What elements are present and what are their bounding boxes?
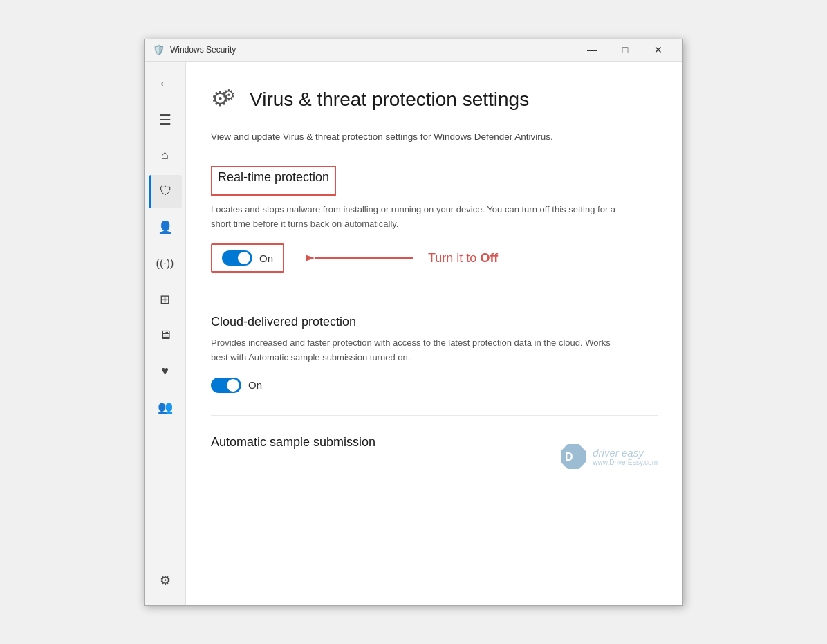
real-time-toggle-box: On (211, 243, 284, 273)
real-time-protection-desc: Locates and stops malware from installin… (211, 203, 626, 232)
home-icon: ⌂ (161, 148, 169, 163)
app-icon: ⊞ (160, 292, 170, 307)
cloud-toggle-knob (227, 379, 239, 392)
page-subtitle: View and update Virus & threat protectio… (211, 130, 653, 144)
watermark: D driver easy www.DriverEasy.com (559, 443, 658, 470)
cloud-toggle-label: On (248, 379, 262, 391)
svg-text:⚙: ⚙ (222, 86, 236, 104)
sidebar-item-user[interactable]: 👤 (149, 211, 182, 244)
shield-icon: 🛡 (160, 184, 172, 199)
title-bar-left: 🛡️ Windows Security (153, 44, 236, 55)
sidebar-item-device[interactable]: 🖥 (149, 319, 182, 352)
watermark-brand: driver easy (593, 447, 658, 459)
health-icon: ♥ (161, 364, 169, 378)
real-time-toggle-label: On (259, 252, 273, 264)
real-time-toggle[interactable] (222, 250, 252, 266)
arrow-icon (306, 248, 417, 268)
toggle-knob (238, 252, 250, 264)
cloud-toggle[interactable] (211, 378, 241, 393)
cloud-protection-title: Cloud-delivered protection (211, 315, 658, 329)
settings-icon: ⚙ (160, 573, 171, 588)
driver-easy-icon: D (559, 443, 587, 470)
close-button[interactable]: ✕ (642, 39, 674, 61)
sidebar-item-back[interactable]: ← (149, 67, 182, 100)
content-wrapper: ⚙ ⚙ Virus & threat protection settings V… (211, 84, 658, 450)
watermark-text: driver easy www.DriverEasy.com (593, 447, 658, 466)
content-area: ⚙ ⚙ Virus & threat protection settings V… (186, 62, 682, 605)
sidebar-item-settings[interactable]: ⚙ (149, 564, 182, 597)
device-icon: 🖥 (159, 328, 171, 342)
user-icon: 👤 (158, 220, 173, 235)
section-real-time-protection: Real-time protection Locates and stops m… (211, 166, 658, 273)
title-bar-controls: — □ ✕ (576, 39, 674, 61)
page-header-icon: ⚙ ⚙ (211, 84, 240, 116)
annotation-text: Turn it to Off (428, 251, 498, 266)
family-icon: 👥 (158, 400, 173, 415)
page-title: Virus & threat protection settings (250, 89, 529, 111)
annotation-bold: Off (480, 251, 498, 265)
sidebar-item-home[interactable]: ⌂ (149, 139, 182, 172)
svg-text:D: D (565, 451, 573, 463)
cloud-toggle-area: On (211, 378, 658, 393)
window-title: Windows Security (170, 45, 236, 55)
divider-1 (211, 295, 658, 295)
main-layout: ← ☰ ⌂ 🛡 👤 ((·)) ⊞ 🖥 ♥ (145, 62, 682, 605)
sidebar-item-app[interactable]: ⊞ (149, 283, 182, 316)
gear-icon: ⚙ ⚙ (211, 84, 240, 110)
real-time-protection-title-box: Real-time protection (211, 166, 336, 196)
annotation: Turn it to Off (306, 248, 498, 268)
title-bar: 🛡️ Windows Security — □ ✕ (145, 39, 682, 62)
section-cloud-protection: Cloud-delivered protection Provides incr… (211, 315, 658, 393)
sidebar-item-network[interactable]: ((·)) (149, 247, 182, 280)
real-time-protection-title: Real-time protection (218, 170, 329, 185)
annotation-prefix: Turn it to (428, 251, 480, 265)
sidebar-item-menu[interactable]: ☰ (149, 103, 182, 136)
sidebar-item-family[interactable]: 👥 (149, 391, 182, 424)
maximize-button[interactable]: □ (609, 39, 641, 61)
back-icon: ← (158, 75, 172, 91)
sidebar-bottom: ⚙ (149, 564, 182, 597)
sidebar-item-shield[interactable]: 🛡 (149, 175, 182, 208)
toggle-annotation-row: On (211, 243, 658, 273)
cloud-protection-desc: Provides increased and faster protection… (211, 336, 626, 365)
app-window: 🛡️ Windows Security — □ ✕ ← ☰ ⌂ 🛡 � (144, 39, 683, 606)
sidebar: ← ☰ ⌂ 🛡 👤 ((·)) ⊞ 🖥 ♥ (145, 62, 186, 605)
watermark-url: www.DriverEasy.com (593, 459, 658, 466)
page-header: ⚙ ⚙ Virus & threat protection settings (211, 84, 658, 116)
menu-icon: ☰ (159, 111, 171, 128)
divider-2 (211, 415, 658, 416)
network-icon: ((·)) (156, 257, 174, 270)
title-bar-icon: 🛡️ (153, 44, 165, 55)
minimize-button[interactable]: — (576, 39, 608, 61)
sidebar-item-health[interactable]: ♥ (149, 355, 182, 388)
